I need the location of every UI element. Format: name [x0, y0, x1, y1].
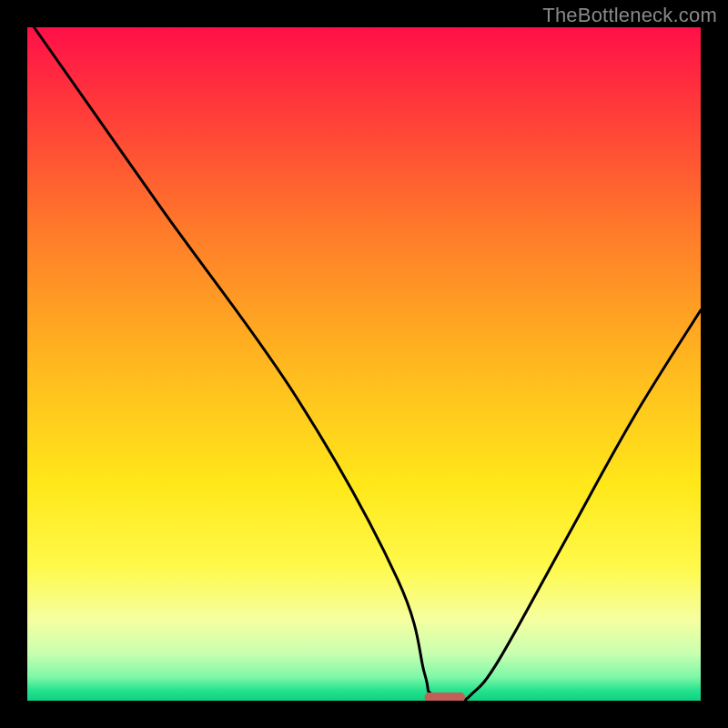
gradient-background	[27, 27, 701, 701]
watermark-text: TheBottleneck.com	[542, 4, 717, 27]
plot-area	[27, 27, 701, 701]
chart-svg	[27, 27, 701, 701]
optimum-marker	[425, 693, 465, 701]
chart-frame: TheBottleneck.com	[0, 0, 728, 728]
